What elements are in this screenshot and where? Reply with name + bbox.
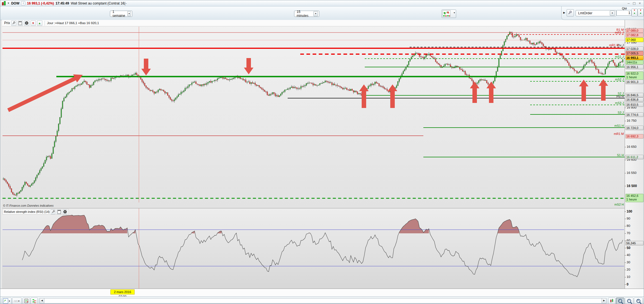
annotation-arrow (599, 79, 608, 101)
level-lines (3, 33, 625, 198)
orderbook-button[interactable] (31, 298, 38, 304)
chevron-down-icon: ▼ (610, 11, 615, 16)
interval-select[interactable]: 15 minutes ▼ (294, 11, 319, 17)
annotation-arrow (141, 59, 151, 75)
chevron-down-icon: ▼ (313, 11, 318, 16)
red-down-arrow-icon: ▼ (32, 22, 34, 25)
price-settings-button[interactable] (11, 20, 17, 26)
wrench-icon (52, 210, 55, 213)
scroll-left-icon[interactable]: ◀ (40, 298, 44, 303)
candle-wrench-icon (610, 299, 614, 303)
crosshair-vertical-line (139, 208, 139, 289)
rsi-detach-button[interactable] (57, 209, 61, 214)
green-up-arrow-icon: ▲ (38, 22, 41, 25)
order-arrows-icon: ▼▲ (640, 9, 642, 14)
zoom-out-icon: – (627, 299, 631, 303)
annotation-arrow (486, 82, 496, 103)
copyright-watermark: © IT-Finance.com Données indicatives (3, 204, 54, 207)
rsi-overbought-fill (41, 215, 127, 233)
symbol-label: DOW (11, 1, 19, 5)
instrument-description: Wall Street au comptant (Contrat 1€(- (71, 1, 126, 5)
interval-select-value: 15 minutes (297, 10, 311, 18)
rsi-chart (2, 208, 625, 289)
rsi-settings-button[interactable] (51, 209, 56, 214)
draw-arrow-icon: ↗ (3, 298, 8, 303)
close-icon: × (25, 21, 28, 25)
main-toolbar: 1 semaine ▼ 15 minutes ▼ ▼ ▶ (0, 6, 644, 20)
bottom-toolbar: ↗ ▼ ∩∩ ▼ ◀ ▶ (0, 296, 644, 304)
magnet-icon: ∩∩ (14, 299, 17, 303)
notes-button[interactable] (23, 298, 30, 304)
time-axis: 01:0005:0009:0013:0017:0021:000213:0017:… (0, 289, 644, 296)
instrument-dropdown-caret[interactable]: ▼ (7, 2, 10, 4)
annotation-arrows (6, 58, 608, 114)
chevron-down-icon: ▼ (453, 12, 455, 14)
qty-label: Qté (622, 7, 627, 10)
titlebar: ▼ DOW i 16 993,1 (-0,42%) 17:45:49 Wall … (0, 0, 644, 6)
magnet-mode-button[interactable]: ∩∩ ▼ (12, 298, 22, 304)
annotation-arrow (388, 84, 397, 108)
order-settings-button[interactable] (567, 9, 574, 17)
price-panel-header: Prix × ▼ ▲ Jour :+Haut 17 066,1 +Bas 16 … (2, 20, 625, 26)
chevron-down-icon: ▼ (18, 300, 20, 302)
close-button[interactable]: × (638, 1, 642, 5)
last-update-time: 17:45:49 (56, 1, 69, 5)
order-type-select[interactable]: LmtOrder ▼ (576, 10, 616, 16)
zoom-pan-button[interactable]: ↕ (616, 298, 624, 304)
price-panel-title: Prix (4, 21, 10, 25)
candlestick-chart (2, 26, 625, 208)
close-panel-button[interactable]: × (24, 20, 29, 26)
horizontal-scrollbar[interactable]: ◀ ▶ (40, 298, 606, 303)
chevron-down-icon: ▼ (127, 11, 131, 16)
collapse-arrow-icon[interactable]: ▶ (563, 11, 565, 14)
price-axis[interactable] (625, 20, 644, 289)
drawing-tools-button[interactable]: ↗ ▼ (2, 298, 11, 304)
window-icon (19, 21, 22, 25)
notes-icon (24, 299, 28, 303)
order-type-value: LmtOrder (578, 11, 592, 15)
range-select-value: 1 semaine (112, 10, 125, 18)
minimize-button[interactable]: – (626, 1, 631, 5)
range-select[interactable]: 1 semaine ▼ (110, 11, 132, 17)
window-icon (57, 210, 61, 214)
order-panel: ▶ LmtOrder ▼ Qté ▼▲ ▼▲ (561, 6, 644, 20)
zoom-out-button[interactable]: – (625, 298, 633, 304)
price-chart-plot[interactable]: © IT-Finance.com Données indicatives (2, 26, 625, 208)
candles (3, 31, 623, 197)
chart-type-button[interactable]: ▼ (442, 10, 456, 18)
zoom-in-icon: + (636, 299, 640, 303)
sell-shortcut-button[interactable]: ▼ (31, 20, 36, 26)
last-price: 16 993,1 (-0,42%) (27, 1, 54, 5)
buy-shortcut-button[interactable]: ▲ (37, 20, 42, 26)
detach-window-button[interactable] (18, 20, 23, 26)
maximize-button[interactable]: ◻ (632, 1, 636, 5)
day-summary: Jour :+Haut 17 066,1 +Bas 16 920,1 (47, 21, 99, 25)
wrench-icon (568, 11, 572, 15)
rsi-close-button[interactable]: × (63, 209, 67, 214)
chart-type-icon (442, 10, 451, 17)
rsi-panel-header: Relative strength index (RSI) (14) × (3, 209, 69, 215)
rsi-line (22, 215, 623, 277)
zoom-pan-icon: ↕ (618, 299, 622, 303)
trading-app-window: ▼ DOW i 16 993,1 (-0,42%) 17:45:49 Wall … (0, 0, 644, 304)
rsi-chart-plot[interactable] (2, 208, 625, 289)
divider (45, 21, 45, 26)
zoom-in-button[interactable]: + (634, 298, 643, 304)
sell-order-button[interactable]: ▼▲ (631, 9, 638, 17)
annotation-arrow (359, 84, 369, 108)
annotation-arrow (6, 71, 85, 114)
orderbook-icon (32, 299, 36, 303)
buy-order-button[interactable]: ▼▲ (638, 9, 644, 17)
rsi-panel-title: Relative strength index (RSI) (14) (4, 210, 50, 213)
crosshair-date-label: 2 mars 2016 07:00 (110, 289, 135, 294)
scroll-right-icon[interactable]: ▶ (602, 298, 606, 303)
chart-options-button[interactable] (608, 298, 615, 304)
annotation-arrow (244, 58, 253, 74)
wrench-icon (12, 21, 15, 25)
qty-input[interactable] (616, 10, 631, 16)
annotation-arrow (470, 82, 479, 103)
crosshair-vertical-line (139, 27, 139, 202)
instrument-candle-icon (2, 1, 6, 5)
info-icon[interactable]: i (21, 1, 25, 5)
rsi-overbought-fill (498, 220, 519, 234)
